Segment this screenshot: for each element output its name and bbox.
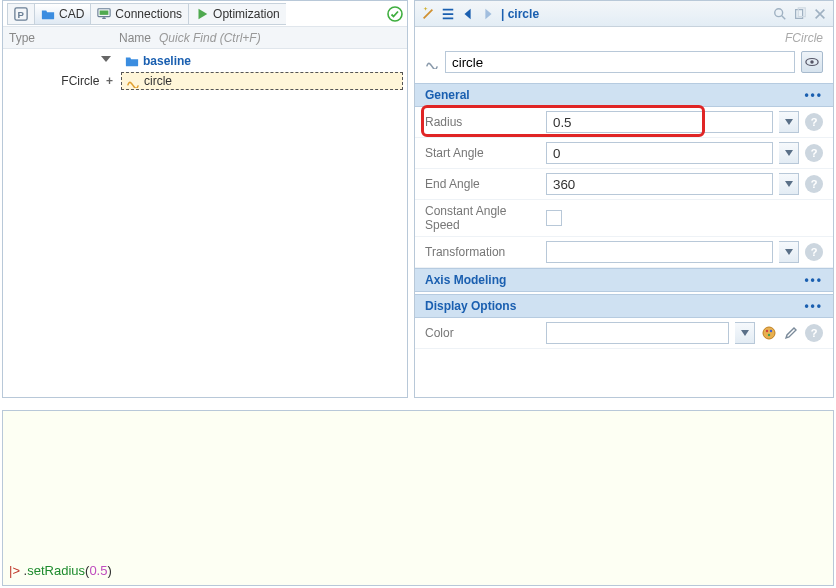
trans-input[interactable] — [546, 241, 773, 263]
prop-start-angle: Start Angle ? — [415, 138, 833, 169]
svg-marker-16 — [785, 249, 793, 255]
monitor-icon — [97, 7, 111, 21]
play-icon — [195, 7, 209, 21]
prop-end-angle: End Angle ? — [415, 169, 833, 200]
wand-icon[interactable] — [421, 7, 435, 21]
col-name[interactable]: Name — [113, 31, 153, 45]
help-icon[interactable]: ? — [805, 243, 823, 261]
more-icon[interactable]: ••• — [804, 273, 823, 287]
svg-point-21 — [768, 334, 770, 336]
prop-transformation: Transformation ? — [415, 237, 833, 268]
curve-icon — [126, 74, 140, 88]
svg-marker-7 — [485, 8, 491, 19]
prop-constant-angle-speed: Constant Angle Speed — [415, 200, 833, 237]
chevron-down-icon[interactable] — [779, 173, 799, 195]
row-type: FCircle — [61, 74, 99, 88]
more-icon[interactable]: ••• — [804, 299, 823, 313]
tree-row-baseline[interactable]: baseline — [7, 51, 403, 71]
copy-icon[interactable] — [793, 7, 807, 21]
radius-input[interactable] — [546, 111, 773, 133]
search-icon[interactable] — [773, 7, 787, 21]
tab-optimization-label: Optimization — [213, 7, 280, 21]
tab-optimization[interactable]: Optimization — [188, 3, 286, 25]
more-icon[interactable]: ••• — [804, 88, 823, 102]
svg-point-20 — [770, 330, 772, 332]
start-angle-input[interactable] — [546, 142, 773, 164]
right-toolbar: | circle — [415, 1, 833, 27]
name-input[interactable] — [445, 51, 795, 73]
status-ok-icon — [387, 6, 403, 22]
tree: baseline FCircle + circle — [3, 49, 407, 397]
collapse-icon[interactable] — [101, 56, 111, 66]
svg-marker-17 — [741, 330, 749, 336]
prop-color: Color ? — [415, 318, 833, 349]
chevron-down-icon[interactable] — [779, 111, 799, 133]
cas-checkbox[interactable] — [546, 210, 562, 226]
tab-cad[interactable]: CAD — [34, 3, 90, 25]
tree-row-circle[interactable]: FCircle + circle — [7, 71, 403, 91]
svg-rect-3 — [100, 10, 109, 14]
help-icon[interactable]: ? — [805, 175, 823, 193]
edit-icon[interactable] — [783, 325, 799, 341]
right-title: | circle — [501, 7, 539, 21]
end-angle-label: End Angle — [425, 177, 540, 191]
folder-icon — [125, 54, 139, 68]
section-axis[interactable]: Axis Modeling••• — [415, 268, 833, 292]
curve-icon — [425, 55, 439, 69]
help-icon[interactable]: ? — [805, 324, 823, 342]
node-label: circle — [144, 74, 172, 88]
svg-point-12 — [810, 60, 814, 64]
color-label: Color — [425, 326, 540, 340]
chevron-down-icon[interactable] — [735, 322, 755, 344]
tab-p[interactable]: P — [7, 3, 34, 25]
trans-label: Transformation — [425, 245, 540, 259]
section-general[interactable]: General••• — [415, 83, 833, 107]
tab-connections[interactable]: Connections — [90, 3, 188, 25]
section-display[interactable]: Display Options••• — [415, 294, 833, 318]
prop-radius: Radius ? — [415, 107, 833, 138]
quick-find[interactable]: Quick Find (Ctrl+F) — [153, 31, 407, 45]
next-icon[interactable] — [481, 7, 495, 21]
svg-text:P: P — [18, 8, 25, 19]
visibility-button[interactable] — [801, 51, 823, 73]
tab-connections-label: Connections — [115, 7, 182, 21]
tree-header: Type Name Quick Find (Ctrl+F) — [3, 27, 407, 49]
expand-icon[interactable]: + — [106, 74, 113, 88]
console-line: |> .setRadius(0.5) — [9, 563, 112, 579]
svg-marker-14 — [785, 150, 793, 156]
radius-label: Radius — [425, 115, 540, 129]
eye-icon — [805, 55, 819, 69]
name-row — [415, 47, 833, 83]
left-toolbar: P CAD Connections Optimization — [3, 1, 407, 27]
help-icon[interactable]: ? — [805, 144, 823, 162]
prev-icon[interactable] — [461, 7, 475, 21]
chevron-down-icon[interactable] — [779, 241, 799, 263]
p-icon: P — [14, 7, 28, 21]
right-subtitle: FCircle — [415, 27, 833, 47]
help-icon[interactable]: ? — [805, 113, 823, 131]
start-angle-label: Start Angle — [425, 146, 540, 160]
close-icon[interactable] — [813, 7, 827, 21]
svg-marker-6 — [465, 8, 471, 19]
svg-marker-13 — [785, 119, 793, 125]
color-input[interactable] — [546, 322, 729, 344]
tab-cad-label: CAD — [59, 7, 84, 21]
col-type[interactable]: Type — [3, 31, 113, 45]
svg-marker-15 — [785, 181, 793, 187]
svg-point-19 — [766, 330, 768, 332]
palette-icon[interactable] — [761, 325, 777, 341]
console[interactable]: |> .setRadius(0.5) — [2, 410, 834, 586]
end-angle-input[interactable] — [546, 173, 773, 195]
cas-label: Constant Angle Speed — [425, 204, 540, 232]
folder-icon — [41, 7, 55, 21]
chevron-down-icon[interactable] — [779, 142, 799, 164]
svg-point-8 — [775, 8, 783, 16]
svg-marker-4 — [199, 8, 208, 19]
list-icon[interactable] — [441, 7, 455, 21]
svg-point-18 — [763, 327, 775, 339]
node-label: baseline — [143, 54, 191, 68]
